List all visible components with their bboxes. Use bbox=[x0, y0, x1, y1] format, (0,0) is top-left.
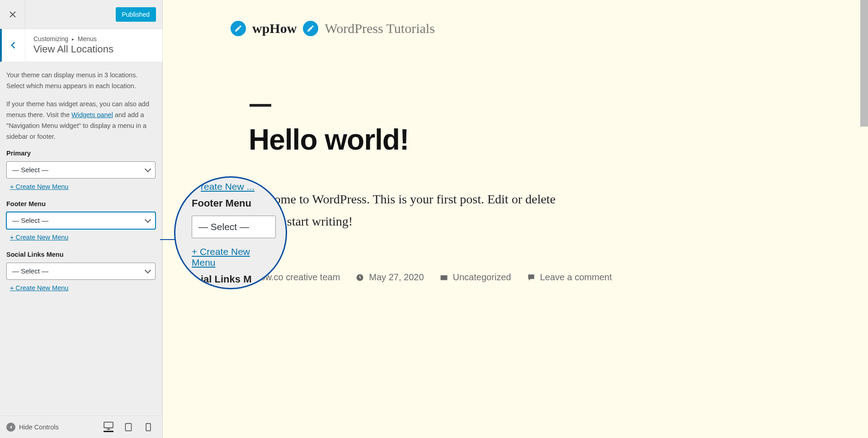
panel-header: Customizing ▸ Menus View All Locations bbox=[0, 29, 162, 62]
meta-comments: Leave a comment bbox=[527, 272, 612, 283]
date-text: May 27, 2020 bbox=[369, 272, 424, 283]
panel-body: Your theme can display menus in 3 locati… bbox=[0, 62, 162, 415]
magnifier-select[interactable]: — Select — bbox=[192, 216, 276, 238]
create-menu-link-social[interactable]: + Create New Menu bbox=[6, 284, 68, 292]
location-label-social: Social Links Menu bbox=[6, 251, 156, 258]
device-preview-toggle bbox=[104, 422, 153, 432]
hide-controls-label: Hide Controls bbox=[19, 424, 59, 431]
post: Hello world! Welcome to WordPress. This … bbox=[249, 104, 656, 283]
desktop-icon bbox=[104, 422, 113, 430]
sidebar-topbar: Published bbox=[0, 0, 162, 29]
hide-controls-button[interactable]: Hide Controls bbox=[6, 423, 97, 432]
customizer-sidebar: Published Customizing ▸ Menus View All L… bbox=[0, 0, 163, 438]
menu-location-social: Social Links Menu — Select — + Create Ne… bbox=[6, 251, 156, 292]
category-link[interactable]: Uncategorized bbox=[453, 272, 511, 283]
close-icon bbox=[9, 10, 17, 19]
meta-date: May 27, 2020 bbox=[355, 272, 424, 283]
chevron-left-icon bbox=[9, 41, 18, 50]
post-body: Welcome to WordPress. This is your first… bbox=[249, 188, 656, 232]
pencil-icon bbox=[234, 24, 242, 33]
magnifier-callout: reate New ... Footer Menu — Select — + C… bbox=[174, 176, 287, 289]
footer-menu-select[interactable]: — Select — bbox=[6, 212, 156, 229]
social-menu-select[interactable]: — Select — bbox=[6, 263, 156, 280]
breadcrumb-current: Menus bbox=[78, 35, 97, 42]
close-customizer-button[interactable] bbox=[0, 0, 25, 29]
site-header: wpHow WordPress Tutorials bbox=[163, 0, 868, 36]
location-label-footer: Footer Menu bbox=[6, 200, 156, 207]
collapse-icon bbox=[6, 423, 15, 432]
create-menu-link-primary[interactable]: + Create New Menu bbox=[6, 183, 68, 190]
select-wrap: — Select — bbox=[6, 263, 156, 280]
clock-icon bbox=[355, 273, 364, 282]
comment-icon bbox=[527, 273, 536, 282]
preview-scrollbar[interactable] bbox=[860, 0, 868, 127]
location-label-primary: Primary bbox=[6, 150, 156, 157]
breadcrumb-separator-icon: ▸ bbox=[70, 37, 76, 42]
magnifier-label: Footer Menu bbox=[192, 198, 276, 209]
select-wrap: — Select — bbox=[6, 212, 156, 229]
svg-rect-1 bbox=[125, 423, 131, 430]
device-desktop-button[interactable] bbox=[104, 422, 113, 432]
menu-location-footer: Footer Menu — Select — + Create New Menu bbox=[6, 200, 156, 241]
comment-link[interactable]: Leave a comment bbox=[540, 272, 612, 283]
panel-title: View All Locations bbox=[33, 43, 113, 55]
create-menu-link-footer[interactable]: + Create New Menu bbox=[6, 234, 68, 241]
publish-status-button[interactable]: Published bbox=[116, 7, 156, 22]
post-meta: pHow.co creative team May 27, 2020 Uncat… bbox=[249, 272, 656, 283]
primary-menu-select[interactable]: — Select — bbox=[6, 161, 156, 179]
breadcrumb-root: Customizing bbox=[33, 35, 68, 42]
svg-rect-0 bbox=[104, 422, 113, 428]
edit-tagline-button[interactable] bbox=[303, 21, 318, 36]
widgets-panel-link[interactable]: Widgets panel bbox=[71, 111, 113, 118]
post-body-line1: ome to WordPress. This is your first pos… bbox=[274, 192, 556, 206]
site-tagline: WordPress Tutorials bbox=[325, 21, 434, 36]
magnifier-create-link[interactable]: + Create New Menu bbox=[192, 246, 276, 268]
folder-icon bbox=[439, 273, 448, 282]
accent-bar bbox=[250, 104, 271, 107]
device-tablet-button[interactable] bbox=[123, 422, 133, 432]
select-wrap: — Select — bbox=[6, 161, 156, 179]
pencil-icon bbox=[307, 24, 315, 33]
svg-rect-2 bbox=[146, 423, 151, 430]
device-mobile-button[interactable] bbox=[143, 422, 153, 432]
sidebar-footer: Hide Controls bbox=[0, 415, 162, 438]
description-2: If your theme has widget areas, you can … bbox=[6, 99, 156, 142]
menu-location-primary: Primary — Select — + Create New Menu bbox=[6, 150, 156, 190]
magnifier-top-fragment: reate New ... bbox=[201, 181, 255, 192]
svg-rect-4 bbox=[440, 275, 447, 280]
magnifier-bottom-fragment: ial Links M bbox=[201, 273, 251, 285]
back-button[interactable] bbox=[2, 29, 25, 61]
post-body-line2: start writing! bbox=[284, 214, 353, 228]
meta-category: Uncategorized bbox=[439, 272, 511, 283]
tablet-icon bbox=[123, 423, 133, 431]
breadcrumb: Customizing ▸ Menus bbox=[33, 35, 113, 42]
post-title[interactable]: Hello world! bbox=[249, 123, 656, 156]
edit-site-title-button[interactable] bbox=[231, 21, 246, 36]
mobile-icon bbox=[143, 423, 153, 431]
description-1: Your theme can display menus in 3 locati… bbox=[6, 70, 156, 92]
panel-title-wrap: Customizing ▸ Menus View All Locations bbox=[25, 29, 122, 61]
site-title[interactable]: wpHow bbox=[252, 21, 297, 36]
